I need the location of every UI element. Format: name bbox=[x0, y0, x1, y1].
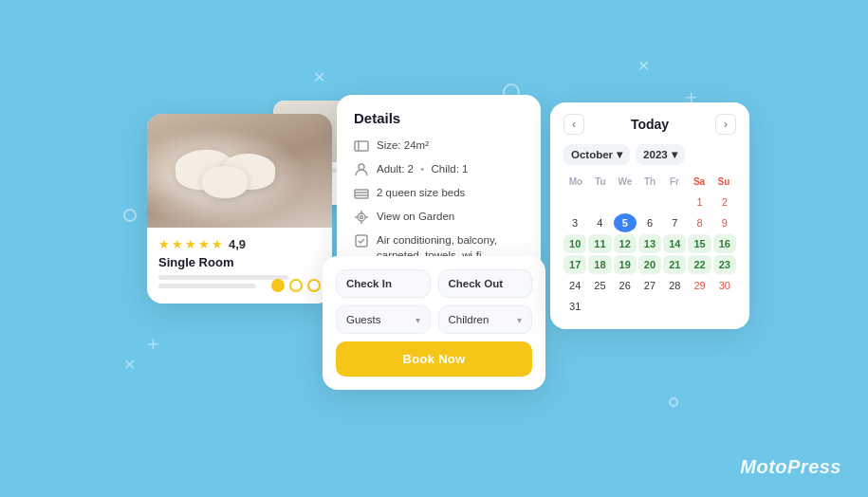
book-now-button[interactable]: Book Now bbox=[336, 341, 532, 377]
calendar-day bbox=[614, 297, 637, 316]
calendar-day[interactable]: 13 bbox=[638, 234, 661, 253]
calendar-day[interactable]: 10 bbox=[563, 234, 586, 253]
calendar-selectors: October ▾ 2023 ▾ bbox=[563, 144, 736, 165]
children-label: Children bbox=[449, 314, 489, 325]
calendar-day[interactable]: 21 bbox=[663, 255, 686, 274]
year-select-button[interactable]: 2023 ▾ bbox=[636, 144, 685, 165]
checkin-input[interactable]: Check In bbox=[336, 269, 431, 298]
calendar-grid: Mo Tu We Th Fr Sa Su 1234567891011121314… bbox=[563, 175, 736, 316]
dow-tu: Tu bbox=[588, 175, 613, 189]
calendar-day[interactable]: 22 bbox=[688, 255, 711, 274]
calendar-card: ‹ Today › October ▾ 2023 ▾ Mo Tu We Th F… bbox=[550, 102, 749, 329]
adult-icon bbox=[354, 162, 369, 177]
svg-point-8 bbox=[358, 213, 365, 221]
calendar-days-grid: 1234567891011121314151617181920212223242… bbox=[563, 193, 736, 316]
detail-bed: 2 queen size beds bbox=[354, 185, 524, 201]
calendar-day[interactable]: 27 bbox=[638, 276, 661, 295]
calendar-dow-row: Mo Tu We Th Fr Sa Su bbox=[563, 175, 736, 189]
calendar-day[interactable]: 2 bbox=[713, 193, 736, 212]
calendar-day[interactable]: 20 bbox=[638, 255, 661, 274]
calendar-day[interactable]: 23 bbox=[713, 255, 736, 274]
calendar-day[interactable]: 19 bbox=[614, 255, 637, 274]
detail-garden-text: View on Garden bbox=[377, 209, 454, 224]
deco-cross-1: ✕ bbox=[313, 68, 325, 86]
hotel-card-image bbox=[147, 114, 332, 228]
calendar-day[interactable]: 12 bbox=[614, 234, 637, 253]
calendar-day[interactable]: 8 bbox=[688, 213, 711, 232]
calendar-day[interactable]: 16 bbox=[713, 234, 736, 253]
calendar-day[interactable]: 25 bbox=[588, 276, 611, 295]
calendar-day bbox=[713, 297, 736, 316]
room-line-1 bbox=[158, 275, 288, 280]
calendar-day bbox=[588, 297, 611, 316]
deco-plus-1: + bbox=[147, 332, 159, 357]
star-1: ★ bbox=[158, 237, 170, 251]
month-chevron-icon: ▾ bbox=[617, 148, 622, 161]
svg-point-2 bbox=[359, 164, 364, 170]
calendar-day[interactable]: 14 bbox=[663, 234, 686, 253]
calendar-day[interactable]: 24 bbox=[563, 276, 586, 295]
deco-circle-2 bbox=[669, 397, 678, 407]
calendar-day[interactable]: 5 bbox=[614, 213, 637, 232]
calendar-day[interactable]: 3 bbox=[563, 213, 586, 232]
size-icon bbox=[354, 138, 369, 154]
calendar-day[interactable]: 7 bbox=[663, 213, 686, 232]
calendar-day[interactable]: 11 bbox=[588, 234, 611, 253]
deco-cross-2: ✕ bbox=[637, 57, 650, 75]
dow-sa: Sa bbox=[687, 175, 711, 189]
calendar-day[interactable]: 28 bbox=[663, 276, 686, 295]
detail-garden: View on Garden bbox=[354, 209, 524, 225]
brand-logo: MotoPress bbox=[740, 456, 841, 478]
checkout-input[interactable]: Check Out bbox=[438, 269, 533, 298]
room-line-2 bbox=[158, 284, 256, 288]
booking-form: Check In Check Out Guests ▾ Children ▾ B… bbox=[323, 256, 545, 390]
month-select-button[interactable]: October ▾ bbox=[563, 144, 630, 165]
calendar-day bbox=[588, 193, 611, 212]
calendar-day[interactable]: 6 bbox=[638, 213, 661, 232]
chevron-right-icon: › bbox=[724, 118, 728, 131]
calendar-day[interactable]: 18 bbox=[588, 255, 611, 274]
dow-we: We bbox=[613, 175, 637, 189]
calendar-header: ‹ Today › bbox=[563, 114, 736, 135]
calendar-next-button[interactable]: › bbox=[715, 114, 736, 135]
calendar-day[interactable]: 26 bbox=[614, 276, 637, 295]
guests-chevron-icon: ▾ bbox=[416, 315, 420, 325]
calendar-prev-button[interactable]: ‹ bbox=[563, 114, 584, 135]
calendar-day bbox=[688, 297, 711, 316]
deco-cross-4: ✕ bbox=[123, 356, 136, 374]
calendar-day[interactable]: 9 bbox=[713, 213, 736, 232]
calendar-day bbox=[614, 193, 637, 212]
star-5: ★ bbox=[212, 237, 223, 251]
dot-3[interactable] bbox=[307, 279, 321, 292]
calendar-day[interactable]: 29 bbox=[688, 276, 711, 295]
chevron-left-icon: ‹ bbox=[572, 118, 576, 131]
pillow-3 bbox=[202, 166, 248, 198]
detail-size-text: Size: 24m² bbox=[377, 138, 429, 153]
calendar-day bbox=[638, 193, 661, 212]
guest-row: Guests ▾ Children ▾ bbox=[336, 305, 532, 334]
guests-select[interactable]: Guests ▾ bbox=[336, 305, 431, 334]
year-label: 2023 bbox=[643, 149, 668, 160]
star-4: ★ bbox=[198, 237, 210, 251]
children-select[interactable]: Children ▾ bbox=[438, 305, 533, 334]
star-2: ★ bbox=[172, 237, 183, 251]
calendar-day[interactable]: 30 bbox=[713, 276, 736, 295]
dow-su: Su bbox=[711, 175, 736, 189]
dot-2[interactable] bbox=[289, 279, 303, 292]
svg-point-9 bbox=[360, 216, 363, 219]
calendar-day[interactable]: 15 bbox=[688, 234, 711, 253]
calendar-day bbox=[638, 297, 661, 316]
star-3: ★ bbox=[185, 237, 196, 251]
calendar-day[interactable]: 4 bbox=[588, 213, 611, 232]
calendar-day[interactable]: 17 bbox=[563, 255, 586, 274]
date-row: Check In Check Out bbox=[336, 269, 532, 298]
dot-1[interactable] bbox=[271, 279, 285, 292]
detail-adults: Adult: 2 • Child: 1 bbox=[354, 161, 524, 177]
calendar-day[interactable]: 31 bbox=[563, 297, 586, 316]
calendar-day bbox=[563, 193, 586, 212]
dow-fr: Fr bbox=[662, 175, 687, 189]
room-title: Single Room bbox=[158, 255, 321, 269]
calendar-day[interactable]: 1 bbox=[688, 193, 711, 212]
detail-adults-text: Adult: 2 • Child: 1 bbox=[377, 161, 468, 176]
detail-bed-text: 2 queen size beds bbox=[377, 185, 465, 200]
